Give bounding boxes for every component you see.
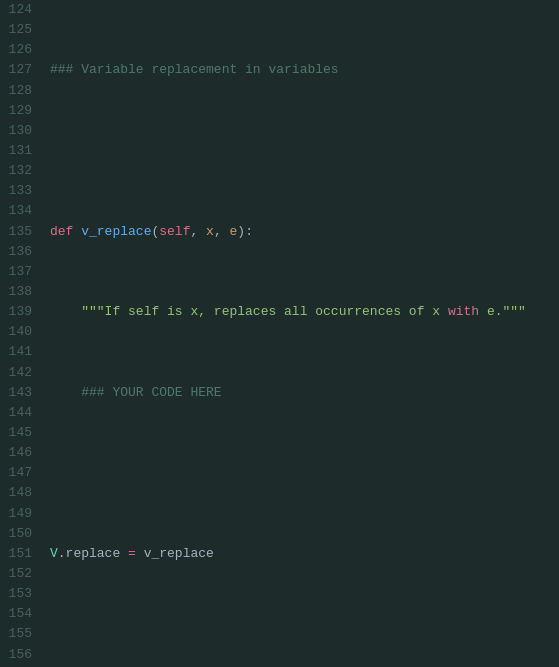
line-num-151: 151 [8, 544, 32, 564]
code-content[interactable]: ### Variable replacement in variables de… [42, 0, 559, 667]
code-line-127: """If self is x, replaces all occurrence… [50, 302, 551, 322]
line-num-130: 130 [8, 121, 32, 141]
line-num-137: 137 [8, 262, 32, 282]
line-num-124: 124 [8, 0, 32, 20]
line-num-154: 154 [8, 604, 32, 624]
code-line-125 [50, 141, 551, 161]
line-num-132: 132 [8, 161, 32, 181]
line-num-140: 140 [8, 322, 32, 342]
line-num-156: 156 [8, 645, 32, 665]
line-num-150: 150 [8, 524, 32, 544]
line-num-144: 144 [8, 403, 32, 423]
line-num-136: 136 [8, 242, 32, 262]
line-num-125: 125 [8, 20, 32, 40]
code-line-128: ### YOUR CODE HERE [50, 383, 551, 403]
code-line-124: ### Variable replacement in variables [50, 60, 551, 80]
line-num-148: 148 [8, 483, 32, 503]
line-num-134: 134 [8, 201, 32, 221]
code-line-126: def v_replace(self, x, e): [50, 222, 551, 242]
code-line-129 [50, 463, 551, 483]
code-editor: 124 125 126 127 128 129 130 131 132 133 … [0, 0, 559, 667]
line-num-126: 126 [8, 40, 32, 60]
line-numbers: 124 125 126 127 128 129 130 131 132 133 … [0, 0, 42, 667]
line-num-133: 133 [8, 181, 32, 201]
line-num-149: 149 [8, 504, 32, 524]
line-num-145: 145 [8, 423, 32, 443]
line-num-141: 141 [8, 342, 32, 362]
line-num-131: 131 [8, 141, 32, 161]
line-num-138: 138 [8, 282, 32, 302]
line-num-127: 127 [8, 60, 32, 80]
line-num-128: 128 [8, 81, 32, 101]
line-num-142: 142 [8, 363, 32, 383]
line-num-146: 146 [8, 443, 32, 463]
line-num-143: 143 [8, 383, 32, 403]
line-num-155: 155 [8, 624, 32, 644]
line-num-139: 139 [8, 302, 32, 322]
line-num-147: 147 [8, 463, 32, 483]
code-line-130: V.replace = v_replace [50, 544, 551, 564]
line-num-135: 135 [8, 222, 32, 242]
line-num-152: 152 [8, 564, 32, 584]
line-num-129: 129 [8, 101, 32, 121]
code-line-131 [50, 624, 551, 644]
line-num-153: 153 [8, 584, 32, 604]
